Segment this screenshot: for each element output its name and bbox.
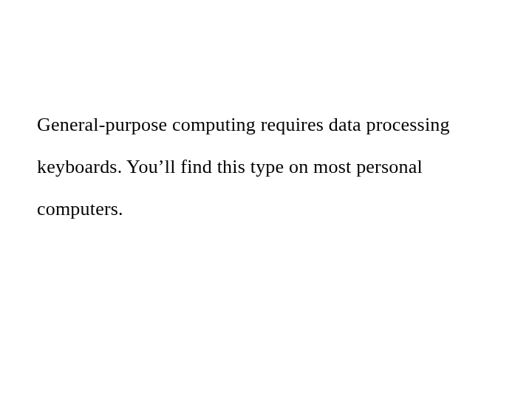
body-paragraph: General-purpose computing requires data … (37, 103, 495, 231)
document-page: General-purpose computing requires data … (0, 0, 532, 231)
